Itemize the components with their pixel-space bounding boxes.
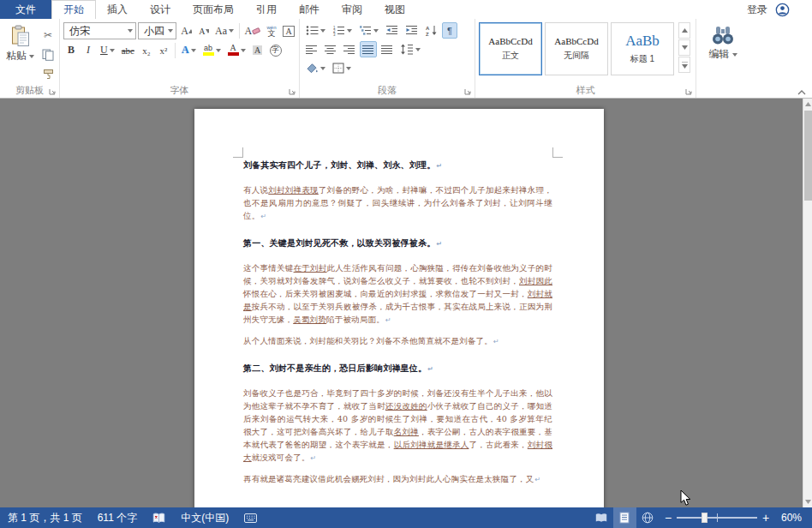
align-left-button[interactable] <box>303 41 320 57</box>
line-spacing-button[interactable] <box>397 41 423 57</box>
align-center-button[interactable] <box>322 41 339 57</box>
text-effects-button[interactable]: A <box>179 42 199 58</box>
style-card-heading1[interactable]: AaBb 标题 1 <box>611 22 674 75</box>
subscript-button[interactable]: x₂ <box>139 42 154 58</box>
format-painter-button[interactable] <box>39 66 57 82</box>
tab-page-layout[interactable]: 页面布局 <box>182 0 245 19</box>
vertical-scrollbar[interactable] <box>803 99 812 507</box>
enclose-characters-button[interactable]: 字 <box>267 42 284 58</box>
increase-indent-button[interactable] <box>403 22 421 39</box>
tab-view[interactable]: 视图 <box>373 0 416 19</box>
character-border-button[interactable]: A <box>281 23 296 39</box>
zoom-level[interactable]: 60% <box>774 512 812 524</box>
language-status[interactable]: 中文(中国) <box>173 507 236 528</box>
style-card-normal[interactable]: AaBbCcDd 正文 <box>479 22 542 75</box>
down-triangle-icon <box>206 29 210 33</box>
change-case-button[interactable]: Aa <box>213 23 235 39</box>
decrease-indent-button[interactable] <box>383 22 401 39</box>
paragraph: 从个人情面来说，刘封能和关羽比？刘备不杀他简直就不是刘备了。↵ <box>243 334 552 348</box>
scrollbar-thumb[interactable] <box>804 111 812 201</box>
chevron-down-icon <box>346 67 351 70</box>
bold-button[interactable]: B <box>63 42 79 58</box>
tab-insert[interactable]: 插入 <box>96 0 139 19</box>
ribbon-tab-bar: 文件 开始 插入 设计 页面布局 引用 邮件 审阅 视图 登录 <box>0 0 812 19</box>
font-color-button[interactable]: A <box>225 42 248 58</box>
styles-more-button[interactable] <box>678 57 690 73</box>
style-card-no-spacing[interactable]: AaBbCcDd 无间隔 <box>545 22 608 75</box>
paragraph-dialog-launcher[interactable] <box>464 87 472 95</box>
clipboard-dialog-launcher[interactable] <box>49 87 57 95</box>
editing-label: 编辑 <box>709 47 730 62</box>
numbering-button[interactable]: 123 <box>330 22 355 39</box>
shrink-font-button[interactable]: A <box>196 23 212 39</box>
paragraph-mark: ↵ <box>260 213 266 220</box>
chevron-down-icon <box>320 29 325 33</box>
align-right-button[interactable] <box>341 41 358 57</box>
show-hide-marks-button[interactable]: ¶ <box>442 22 457 39</box>
page-number-status[interactable]: 第 1 页，共 1 页 <box>0 507 90 528</box>
word-count-status[interactable]: 611 个字 <box>90 507 145 528</box>
collapse-ribbon-button[interactable] <box>797 90 806 95</box>
phonetic-guide-button[interactable]: wén 文 <box>264 23 279 39</box>
read-mode-button[interactable] <box>590 507 613 528</box>
chevron-down-icon <box>216 49 221 52</box>
justify-button[interactable] <box>360 41 377 57</box>
clear-formatting-button[interactable]: A <box>243 23 262 39</box>
italic-button[interactable]: I <box>81 42 96 58</box>
proofing-status[interactable] <box>145 507 173 528</box>
styles-scroll-down-button[interactable] <box>678 39 690 56</box>
document-paragraphs[interactable]: 刘备其实有四个儿子，刘封、刘禅、刘永、刘理。↵有人说刘封刘禅表现了刘备的野心，为… <box>243 159 552 494</box>
character-shading-button[interactable]: A <box>250 42 266 58</box>
sign-in-link[interactable]: 登录 <box>747 3 767 17</box>
tab-review[interactable]: 审阅 <box>331 0 373 19</box>
paragraph-group-label: 段落 <box>300 84 475 97</box>
text-highlight-color-button[interactable]: ab <box>200 42 224 58</box>
tab-design[interactable]: 设计 <box>139 0 182 19</box>
superscript-button[interactable]: x² <box>156 42 171 58</box>
shading-button[interactable] <box>303 60 328 76</box>
styles-scroll-up-button[interactable] <box>678 22 690 39</box>
styles-dialog-launcher[interactable] <box>685 87 693 95</box>
tab-references[interactable]: 引用 <box>245 0 288 19</box>
zoom-in-button[interactable]: + <box>757 507 774 528</box>
font-size-select[interactable]: 小四 <box>138 22 176 39</box>
keyboard-status[interactable] <box>236 507 265 528</box>
mouse-cursor <box>680 489 691 507</box>
scroll-down-arrow-icon[interactable] <box>803 496 812 507</box>
copy-button[interactable] <box>39 46 57 63</box>
paste-button[interactable]: 粘贴 <box>3 22 37 82</box>
page[interactable]: 刘备其实有四个儿子，刘封、刘禅、刘永、刘理。↵有人说刘封刘禅表现了刘备的野心，为… <box>194 109 604 507</box>
font-dialog-launcher[interactable] <box>289 87 296 95</box>
strikethrough-button[interactable]: abc <box>119 42 137 58</box>
chevron-down-icon <box>29 55 34 58</box>
phonetic-guide-icon: wén 文 <box>266 25 276 38</box>
tab-file[interactable]: 文件 <box>0 0 51 19</box>
editing-button[interactable]: 编辑 <box>700 22 746 62</box>
multilevel-list-icon <box>359 25 372 36</box>
bullets-button[interactable] <box>303 22 328 39</box>
numbering-icon: 123 <box>332 25 345 36</box>
print-layout-icon <box>619 512 630 524</box>
cut-button[interactable]: ✂ <box>39 27 57 43</box>
paragraph-mark: ↵ <box>436 240 442 248</box>
font-name-select[interactable]: 仿宋 <box>63 22 136 39</box>
scroll-up-arrow-icon[interactable] <box>803 99 812 110</box>
binoculars-icon <box>711 25 735 45</box>
zoom-slider[interactable] <box>677 507 757 528</box>
grow-font-button[interactable]: A <box>178 23 194 39</box>
read-mode-icon <box>594 513 608 523</box>
borders-button[interactable] <box>330 60 354 76</box>
group-paragraph: 123 AZ ¶ 段落 <box>300 19 475 98</box>
multilevel-list-button[interactable] <box>356 22 381 39</box>
underline-button[interactable]: U <box>98 42 117 58</box>
tab-home[interactable]: 开始 <box>51 0 96 19</box>
tab-mailings[interactable]: 邮件 <box>288 0 331 19</box>
zoom-out-button[interactable]: − <box>660 507 677 528</box>
print-layout-button[interactable] <box>613 507 636 528</box>
divider <box>239 23 240 39</box>
web-layout-button[interactable] <box>636 507 660 528</box>
sort-button[interactable]: AZ <box>422 22 440 39</box>
zoom-slider-thumb[interactable] <box>702 513 708 523</box>
distribute-button[interactable] <box>379 41 396 57</box>
account-icon[interactable] <box>775 3 790 17</box>
